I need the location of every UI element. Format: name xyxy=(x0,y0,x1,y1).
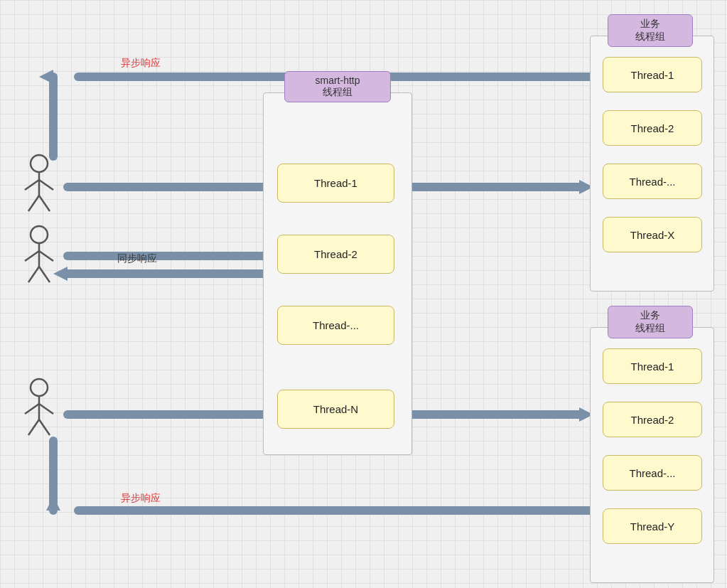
business-group-bottom-label: 业务 线程组 xyxy=(608,306,693,338)
diagram: smart-http 线程组 Thread-1 Thread-2 Thread-… xyxy=(0,0,727,588)
biz-bottom-thread-y: Thread-Y xyxy=(603,508,702,544)
user-figure-1 xyxy=(21,153,57,217)
business-group-top-label: 业务 线程组 xyxy=(608,14,693,47)
async-label-bottom: 异步响应 xyxy=(121,492,161,505)
svg-line-26 xyxy=(39,267,50,282)
svg-line-17 xyxy=(25,180,39,190)
svg-line-29 xyxy=(25,404,39,414)
biz-top-thread-1: Thread-1 xyxy=(603,57,702,92)
svg-line-23 xyxy=(25,251,39,261)
async-label-top: 异步响应 xyxy=(121,57,161,70)
biz-bottom-thread-2: Thread-2 xyxy=(603,402,702,437)
biz-bottom-thread-ellipsis: Thread-... xyxy=(603,455,702,491)
svg-line-25 xyxy=(28,267,39,282)
svg-line-24 xyxy=(39,251,53,261)
smart-http-thread-ellipsis: Thread-... xyxy=(277,306,394,345)
sync-label: 同步响应 xyxy=(117,252,157,265)
biz-top-thread-2: Thread-2 xyxy=(603,110,702,146)
svg-line-19 xyxy=(28,196,39,211)
biz-bottom-thread-1: Thread-1 xyxy=(603,348,702,384)
svg-point-15 xyxy=(31,155,48,172)
biz-top-thread-ellipsis: Thread-... xyxy=(603,164,702,199)
svg-point-21 xyxy=(31,226,48,243)
svg-line-30 xyxy=(39,404,53,414)
svg-line-31 xyxy=(28,419,39,435)
svg-line-18 xyxy=(39,180,53,190)
biz-top-thread-x: Thread-X xyxy=(603,217,702,252)
user-figure-2 xyxy=(21,224,57,288)
svg-line-20 xyxy=(39,196,50,211)
svg-line-32 xyxy=(39,419,50,435)
smart-http-thread-1: Thread-1 xyxy=(277,164,394,203)
smart-http-thread-n: Thread-N xyxy=(277,390,394,429)
smart-http-thread-2: Thread-2 xyxy=(277,235,394,274)
smart-http-group-label: smart-http 线程组 xyxy=(284,71,391,102)
user-figure-3 xyxy=(21,377,57,441)
svg-point-27 xyxy=(31,379,48,396)
